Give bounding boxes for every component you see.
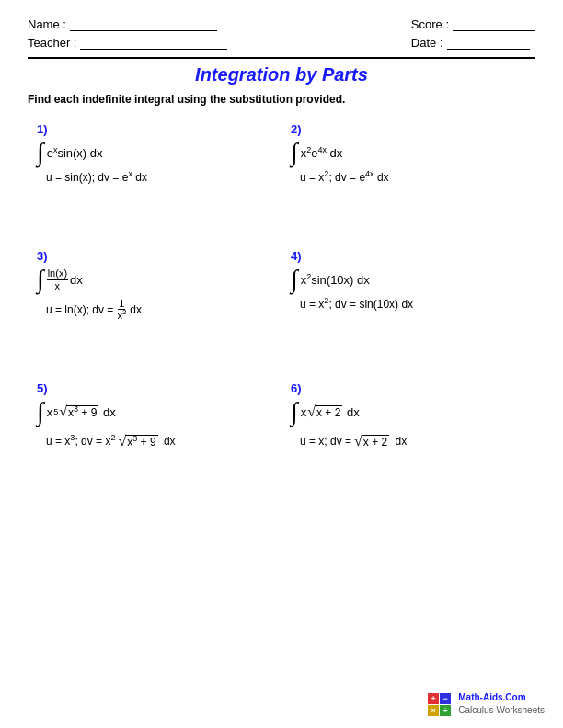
logo-multiply-icon: ×: [428, 705, 439, 716]
problem-5-number: 5): [37, 381, 272, 395]
problem-4-substitution: u = x2; dv = sin(10x) dx: [291, 298, 526, 311]
fraction-denominator: x: [54, 280, 62, 291]
footer-subtitle: Calculus Worksheets: [458, 704, 545, 717]
subst-3-text: u = ln(x); dv =: [46, 303, 113, 316]
problem-2-substitution: u = x2; dv = e4x dx: [291, 171, 526, 184]
subst-6-dx: dx: [392, 435, 407, 448]
problem-4-expression: ∫ x2sin(10x) dx: [291, 267, 526, 292]
problems-grid: 1) ∫ exsin(x) dx u = sin(x); dv = ex dx …: [28, 115, 535, 484]
name-line[interactable]: [70, 17, 217, 31]
name-label: Name :: [28, 17, 66, 31]
problem-3: 3) ∫ ln(x) x dx u = ln(x); dv = 1 x2 dx: [28, 242, 282, 352]
problem-6-integrand: x √ x + 2 dx: [301, 404, 360, 419]
dx-label: dx: [70, 273, 83, 287]
problem-5-expression: ∫ x5 √ x3 + 9 dx: [37, 399, 272, 425]
problem-3-substitution: u = ln(x); dv = 1 x2 dx: [37, 298, 272, 321]
problem-3-integrand: ln(x) x dx: [47, 267, 83, 290]
footer-text: Math-Aids.Com Calculus Worksheets: [458, 691, 545, 717]
problem-2: 2) ∫ x2e4x dx u = x2; dv = e4x dx: [282, 115, 535, 225]
date-field: Date :: [411, 35, 535, 50]
name-field: Name :: [28, 17, 227, 31]
teacher-field: Teacher :: [28, 35, 227, 50]
sqrt-x2: √ x + 2: [307, 404, 342, 419]
problem-4-number: 4): [291, 249, 526, 263]
problem-1-substitution: u = sin(x); dv = ex dx: [37, 171, 272, 184]
score-field: Score :: [411, 17, 535, 31]
integral-sign-5: ∫: [37, 399, 44, 425]
problem-4-integrand: x2sin(10x) dx: [301, 273, 370, 287]
header-divider: [28, 57, 535, 59]
sqrt-content-6b: x + 2: [362, 435, 389, 449]
date-label: Date :: [411, 36, 443, 50]
fraction-numerator: ln(x): [47, 267, 68, 279]
sqrt-content-5b: x3 + 9: [125, 435, 157, 449]
problem-3-expression: ∫ ln(x) x dx: [37, 267, 272, 292]
problem-2-number: 2): [291, 122, 526, 136]
problem-5: 5) ∫ x5 √ x3 + 9 dx u = x3; dv = x2 √ x3…: [28, 374, 282, 484]
date-line[interactable]: [447, 35, 530, 50]
page-title: Integration by Parts: [28, 64, 535, 85]
teacher-label: Teacher :: [28, 36, 76, 50]
problem-1-expression: ∫ exsin(x) dx: [37, 140, 272, 165]
score-label: Score :: [411, 17, 449, 31]
problem-3-number: 3): [37, 249, 272, 263]
header-left: Name : Teacher :: [28, 17, 227, 50]
logo-plus-icon: +: [428, 693, 439, 704]
teacher-line[interactable]: [80, 35, 227, 50]
integral-sign-6: ∫: [291, 399, 298, 425]
footer: + − × ÷ Math-Aids.Com Calculus Worksheet…: [428, 691, 545, 717]
problem-6-expression: ∫ x √ x + 2 dx: [291, 399, 526, 425]
sqrt-content-5: x3 + 9: [66, 405, 98, 419]
problem-2-integrand: x2e4x dx: [301, 146, 343, 160]
sqrt-content-6: x + 2: [315, 405, 342, 419]
problem-1-number: 1): [37, 122, 272, 136]
logo-minus-icon: −: [440, 693, 451, 704]
problem-5-integrand: x5 √ x3 + 9 dx: [47, 404, 116, 419]
problem-1-integrand: exsin(x) dx: [47, 146, 103, 160]
subst-5-dx: dx: [161, 435, 176, 448]
problem-5-substitution: u = x3; dv = x2 √ x3 + 9 dx: [37, 434, 176, 449]
problem-6-number: 6): [291, 381, 526, 395]
logo-divide-icon: ÷: [440, 705, 451, 716]
instructions: Find each indefinite integral using the …: [28, 93, 535, 106]
problem-2-expression: ∫ x2e4x dx: [291, 140, 526, 165]
problem-6: 6) ∫ x √ x + 2 dx u = x; dv = √ x + 2: [282, 374, 535, 484]
integral-sign-4: ∫: [291, 267, 298, 292]
footer-site: Math-Aids.Com: [458, 691, 545, 704]
fraction-1-x2: 1 x2: [116, 298, 127, 321]
fraction-lnx: ln(x) x: [47, 267, 68, 290]
subst-3-dx: dx: [130, 303, 142, 316]
integral-sign-1: ∫: [37, 140, 44, 165]
integral-sign-3: ∫: [37, 267, 44, 292]
frac-x2: x2: [116, 310, 127, 321]
header: Name : Teacher : Score : Date :: [28, 17, 535, 50]
problem-6-substitution: u = x; dv = √ x + 2 dx: [291, 434, 407, 449]
subst-6-u: u = x; dv =: [300, 435, 351, 448]
page: Name : Teacher : Score : Date : Integrat…: [0, 0, 563, 728]
sqrt-subst-5: √ x3 + 9: [118, 434, 157, 449]
problem-1: 1) ∫ exsin(x) dx u = sin(x); dv = ex dx: [28, 115, 282, 225]
footer-logo: + − × ÷: [428, 693, 451, 716]
score-line[interactable]: [453, 17, 535, 31]
integral-sign-2: ∫: [291, 140, 298, 165]
header-right: Score : Date :: [411, 17, 535, 50]
sqrt-x3-9: √ x3 + 9: [59, 404, 98, 419]
subst-5-u: u = x3; dv = x2: [46, 435, 115, 448]
problem-4: 4) ∫ x2sin(10x) dx u = x2; dv = sin(10x)…: [282, 242, 535, 352]
sqrt-subst-6: √ x + 2: [354, 434, 389, 449]
